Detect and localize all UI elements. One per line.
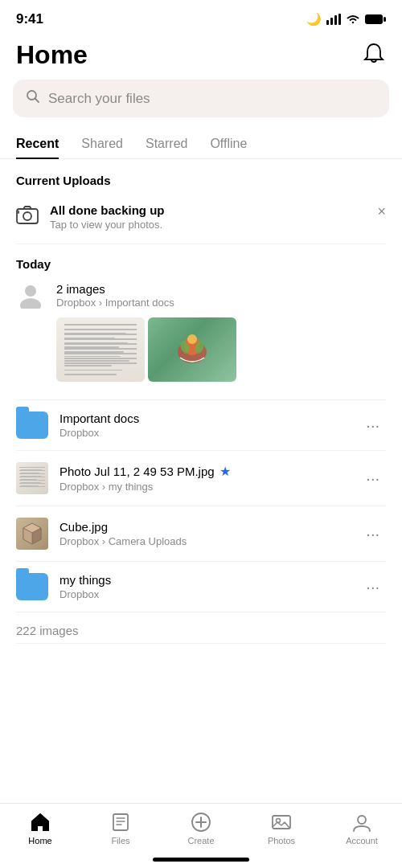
folder-icon-blue — [16, 411, 48, 439]
today-title: Today — [16, 244, 386, 280]
nav-account-label: Account — [346, 836, 378, 845]
receipt-thumbnail — [56, 317, 145, 382]
image-group-header: 2 images Dropbox › Important docs — [16, 280, 386, 309]
file-info: Cube.jpg Dropbox › Camera Uploads — [59, 520, 348, 547]
svg-rect-1 — [330, 18, 333, 25]
account-icon — [351, 812, 372, 833]
nav-create-label: Create — [187, 836, 214, 845]
svg-rect-5 — [384, 17, 386, 22]
status-bar: 9:41 🌙 — [0, 0, 402, 32]
upload-banner-left: All done backing up Tap to view your pho… — [16, 203, 165, 231]
svg-point-27 — [358, 816, 366, 824]
person-icon — [16, 280, 45, 309]
tabs-bar: Recent Shared Starred Offline — [0, 130, 402, 159]
folder-icon-blue — [16, 573, 48, 600]
close-button[interactable]: × — [377, 203, 386, 220]
wifi-icon — [346, 14, 360, 25]
file-path: Dropbox — [59, 427, 348, 439]
page-title: Home — [16, 40, 88, 70]
upload-text: All done backing up Tap to view your pho… — [50, 203, 165, 231]
svg-rect-8 — [17, 209, 38, 223]
list-item[interactable]: my things Dropbox ··· — [16, 562, 386, 612]
file-path: Dropbox › Camera Uploads — [59, 535, 348, 547]
nav-photos-label: Photos — [268, 836, 295, 845]
header: Home — [0, 32, 402, 80]
home-icon — [30, 812, 51, 833]
search-placeholder: Search your files — [48, 91, 150, 107]
status-icons: 🌙 — [306, 12, 386, 27]
list-item[interactable]: Important docs Dropbox ··· — [16, 400, 386, 451]
upload-done-text: All done backing up — [50, 203, 165, 217]
nav-account[interactable]: Account — [338, 812, 386, 845]
tab-shared[interactable]: Shared — [81, 130, 123, 159]
svg-point-11 — [20, 298, 41, 309]
svg-rect-21 — [113, 814, 128, 830]
file-name: Important docs — [59, 411, 348, 425]
search-bar[interactable]: Search your files — [13, 80, 389, 117]
image-group-item[interactable]: 2 images Dropbox › Important docs — [16, 280, 386, 400]
upload-banner[interactable]: All done backing up Tap to view your pho… — [16, 195, 386, 244]
more-items-row: 222 images — [16, 612, 386, 644]
file-name: Cube.jpg — [59, 520, 348, 534]
nav-home[interactable]: Home — [16, 812, 64, 845]
battery-icon — [365, 14, 386, 25]
svg-point-10 — [25, 285, 36, 297]
search-icon — [26, 89, 40, 108]
current-uploads-title: Current Uploads — [16, 159, 386, 195]
svg-rect-25 — [273, 816, 290, 829]
file-info: Important docs Dropbox — [59, 411, 348, 439]
receipt-icon — [16, 462, 48, 494]
more-options-button[interactable]: ··· — [359, 413, 386, 438]
bird-thumbnail — [148, 317, 236, 382]
list-item[interactable]: Cube.jpg Dropbox › Camera Uploads ··· — [16, 506, 386, 562]
tab-recent[interactable]: Recent — [16, 130, 59, 159]
file-path: Dropbox — [59, 588, 348, 600]
nav-create[interactable]: Create — [177, 812, 225, 845]
file-path: Dropbox › my things — [59, 481, 348, 493]
svg-rect-3 — [338, 14, 341, 25]
svg-point-14 — [187, 334, 197, 344]
nav-files[interactable]: Files — [96, 812, 145, 845]
more-options-button[interactable]: ··· — [359, 522, 386, 547]
file-info: my things Dropbox — [59, 573, 348, 600]
thumbnail-row — [56, 317, 386, 382]
tab-offline[interactable]: Offline — [210, 130, 247, 159]
nav-home-label: Home — [28, 836, 51, 845]
star-icon: ★ — [219, 464, 231, 479]
moon-icon: 🌙 — [306, 12, 322, 27]
files-icon — [110, 812, 131, 833]
nav-files-label: Files — [111, 836, 129, 845]
home-indicator — [153, 858, 249, 862]
tab-starred[interactable]: Starred — [146, 130, 187, 159]
list-item[interactable]: Photo Jul 11, 2 49 53 PM.jpg ★ Dropbox ›… — [16, 451, 386, 506]
file-name: Photo Jul 11, 2 49 53 PM.jpg ★ — [59, 464, 348, 479]
svg-rect-4 — [365, 14, 383, 24]
notifications-button[interactable] — [362, 42, 386, 69]
camera-upload-icon — [16, 205, 39, 229]
svg-rect-0 — [326, 20, 329, 25]
photos-icon — [271, 812, 292, 833]
image-group-info: 2 images Dropbox › Important docs — [56, 282, 174, 309]
cube-thumbnail — [16, 518, 48, 550]
more-items-text: 222 images — [16, 624, 79, 637]
file-info: Photo Jul 11, 2 49 53 PM.jpg ★ Dropbox ›… — [59, 464, 348, 493]
svg-point-9 — [23, 212, 31, 220]
main-content: Current Uploads All done backing up Tap … — [0, 159, 402, 644]
nav-photos[interactable]: Photos — [257, 812, 306, 845]
upload-sub-text: Tap to view your photos. — [50, 219, 165, 231]
svg-rect-2 — [334, 15, 337, 25]
bell-icon — [362, 42, 386, 66]
signal-icon — [326, 14, 341, 25]
image-group-name: 2 images — [56, 282, 174, 296]
create-icon — [191, 812, 211, 833]
svg-line-7 — [35, 99, 39, 103]
image-group-path: Dropbox › Important docs — [56, 297, 174, 309]
status-time: 9:41 — [16, 11, 43, 27]
more-options-button[interactable]: ··· — [359, 575, 386, 600]
file-name: my things — [59, 573, 348, 587]
more-options-button[interactable]: ··· — [359, 466, 386, 491]
